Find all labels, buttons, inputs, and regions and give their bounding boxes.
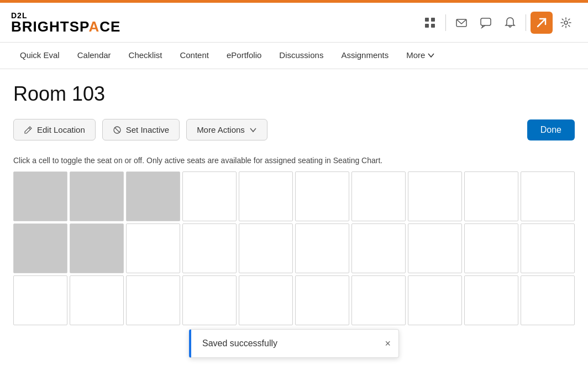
- seat-cell[interactable]: [182, 275, 237, 325]
- seat-cell[interactable]: [182, 223, 237, 273]
- header-divider-2: [526, 14, 526, 31]
- toast-container: Saved successfully ×: [189, 329, 399, 358]
- nav-eportfolio[interactable]: ePortfolio: [218, 44, 270, 67]
- seat-cell[interactable]: [464, 171, 518, 221]
- seat-cell[interactable]: [521, 223, 575, 273]
- seat-cell[interactable]: [239, 223, 293, 273]
- seat-cell[interactable]: [521, 275, 575, 325]
- header: D2L BRIGHTSPACE: [0, 3, 588, 43]
- logo[interactable]: D2L BRIGHTSPACE: [11, 12, 120, 34]
- seat-cell[interactable]: [126, 223, 180, 273]
- svg-rect-2: [425, 24, 429, 28]
- profile-icon-button[interactable]: [531, 12, 553, 34]
- main-content: Room 103 Edit Location Set Inactive More…: [0, 69, 588, 325]
- seat-cell[interactable]: [351, 223, 406, 273]
- seat-cell[interactable]: [351, 171, 406, 221]
- nav-quick-eval[interactable]: Quick Eval: [11, 44, 69, 67]
- seat-cell[interactable]: [464, 223, 518, 273]
- mail-icon: [455, 17, 468, 29]
- grid-icon-button[interactable]: [419, 12, 441, 34]
- seat-cell[interactable]: [295, 275, 349, 325]
- chat-icon-button[interactable]: [475, 12, 497, 34]
- nav-more[interactable]: More: [397, 44, 444, 67]
- settings-icon: [560, 17, 572, 29]
- svg-rect-1: [431, 18, 435, 22]
- header-icons: [419, 12, 577, 34]
- toast-message: Saved successfully: [202, 339, 277, 348]
- page-title: Room 103: [13, 82, 575, 106]
- toast-close-button[interactable]: ×: [385, 339, 391, 348]
- seat-cell[interactable]: [126, 275, 180, 325]
- seat-cell[interactable]: [295, 223, 349, 273]
- seat-cell[interactable]: [521, 171, 575, 221]
- pencil-icon: [24, 126, 33, 134]
- instruction-text: Click a cell to toggle the seat on or of…: [13, 156, 575, 165]
- svg-rect-3: [431, 24, 435, 28]
- actions-row: Edit Location Set Inactive More Actions …: [13, 119, 575, 140]
- nav-assignments[interactable]: Assignments: [332, 44, 397, 67]
- seat-cell[interactable]: [182, 171, 237, 221]
- nav-checklist[interactable]: Checklist: [120, 44, 171, 67]
- seat-cell[interactable]: [408, 223, 462, 273]
- more-actions-button[interactable]: More Actions: [186, 119, 267, 140]
- seat-cell[interactable]: [464, 275, 518, 325]
- grid-icon: [424, 17, 436, 29]
- nav-content[interactable]: Content: [171, 44, 218, 67]
- seat-cell[interactable]: [70, 223, 124, 273]
- seat-cell[interactable]: [70, 275, 124, 325]
- svg-line-7: [29, 128, 30, 129]
- bell-icon-button[interactable]: [499, 12, 521, 34]
- seat-cell[interactable]: [408, 275, 462, 325]
- seat-cell[interactable]: [239, 275, 293, 325]
- ban-icon: [113, 126, 122, 134]
- main-nav: Quick Eval Calendar Checklist Content eP…: [0, 43, 588, 69]
- bell-icon: [504, 17, 516, 29]
- logo-brightspace-accent: A: [88, 18, 99, 35]
- seat-cell[interactable]: [126, 171, 180, 221]
- seat-cell[interactable]: [13, 223, 67, 273]
- svg-line-9: [114, 127, 119, 132]
- seat-cell[interactable]: [13, 275, 67, 325]
- seat-cell[interactable]: [70, 171, 124, 221]
- edit-location-button[interactable]: Edit Location: [13, 119, 96, 140]
- nav-calendar[interactable]: Calendar: [69, 44, 120, 67]
- chevron-down-icon: [427, 51, 435, 59]
- seat-cell[interactable]: [13, 171, 67, 221]
- mail-icon-button[interactable]: [450, 12, 473, 34]
- seat-cell[interactable]: [408, 171, 462, 221]
- settings-icon-button[interactable]: [555, 12, 577, 34]
- svg-rect-0: [425, 18, 429, 22]
- seat-cell[interactable]: [351, 275, 406, 325]
- profile-icon: [536, 17, 548, 29]
- nav-discussions[interactable]: Discussions: [270, 44, 332, 67]
- svg-rect-5: [481, 18, 491, 25]
- logo-brightspace: BRIGHTSPACE: [11, 19, 120, 34]
- logo-brightspace-post: CE: [99, 18, 120, 35]
- chat-icon: [480, 17, 492, 29]
- seating-grid: [13, 171, 575, 325]
- done-button[interactable]: Done: [527, 119, 575, 140]
- svg-point-6: [564, 21, 568, 24]
- seat-cell[interactable]: [295, 171, 349, 221]
- toast: Saved successfully ×: [189, 329, 399, 358]
- seat-cell[interactable]: [239, 171, 293, 221]
- set-inactive-button[interactable]: Set Inactive: [102, 119, 180, 140]
- header-divider-1: [445, 14, 446, 31]
- chevron-down-icon: [249, 126, 257, 134]
- logo-brightspace-pre: BRIGHTSP: [11, 18, 88, 35]
